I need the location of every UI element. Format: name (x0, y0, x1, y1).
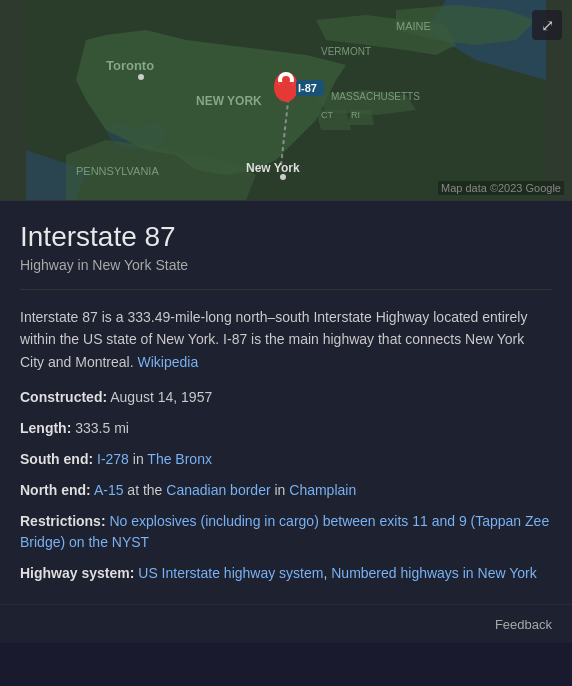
feedback-button[interactable]: Feedback (495, 617, 552, 632)
svg-text:PENNSYLVANIA: PENNSYLVANIA (76, 165, 159, 177)
north-end-border-link[interactable]: Canadian border (166, 482, 270, 498)
south-end-place-link[interactable]: The Bronx (147, 451, 212, 467)
svg-text:I-87: I-87 (298, 82, 317, 94)
description-text: Interstate 87 is a 333.49-mile-long nort… (20, 306, 552, 373)
map-area: Toronto NEW YORK VERMONT MAINE MASSACHUS… (0, 0, 572, 200)
info-panel: Interstate 87 Highway in New York State … (0, 200, 572, 604)
fact-south-end: South end: I-278 in The Bronx (20, 449, 552, 470)
north-end-place-link[interactable]: Champlain (289, 482, 356, 498)
svg-text:New York: New York (246, 161, 300, 175)
wikipedia-link[interactable]: Wikipedia (138, 354, 199, 370)
fact-length: Length: 333.5 mi (20, 418, 552, 439)
page-subtitle: Highway in New York State (20, 257, 552, 273)
fact-north-end: North end: A-15 at the Canadian border i… (20, 480, 552, 501)
svg-text:NEW YORK: NEW YORK (196, 94, 262, 108)
svg-text:Toronto: Toronto (106, 58, 154, 73)
svg-text:RI: RI (351, 110, 360, 120)
expand-map-button[interactable]: ⤢ (532, 10, 562, 40)
svg-text:MASSACHUSETTS: MASSACHUSETTS (331, 91, 420, 102)
svg-text:CT: CT (321, 110, 333, 120)
svg-point-12 (138, 74, 144, 80)
highway-system-1-link[interactable]: US Interstate highway system (138, 565, 323, 581)
feedback-bar: Feedback (0, 604, 572, 643)
expand-icon: ⤢ (541, 16, 554, 35)
south-end-route-link[interactable]: I-278 (97, 451, 129, 467)
fact-highway-system: Highway system: US Interstate highway sy… (20, 563, 552, 584)
page-title: Interstate 87 (20, 221, 552, 253)
svg-text:MAINE: MAINE (396, 20, 431, 32)
divider-1 (20, 289, 552, 290)
north-end-route-link[interactable]: A-15 (94, 482, 124, 498)
svg-text:VERMONT: VERMONT (321, 46, 371, 57)
map-attribution: Map data ©2023 Google (438, 181, 564, 195)
fact-restrictions: Restrictions: No explosives (including i… (20, 511, 552, 553)
highway-system-2-link[interactable]: Numbered highways in New York (331, 565, 536, 581)
fact-constructed: Constructed: August 14, 1957 (20, 387, 552, 408)
